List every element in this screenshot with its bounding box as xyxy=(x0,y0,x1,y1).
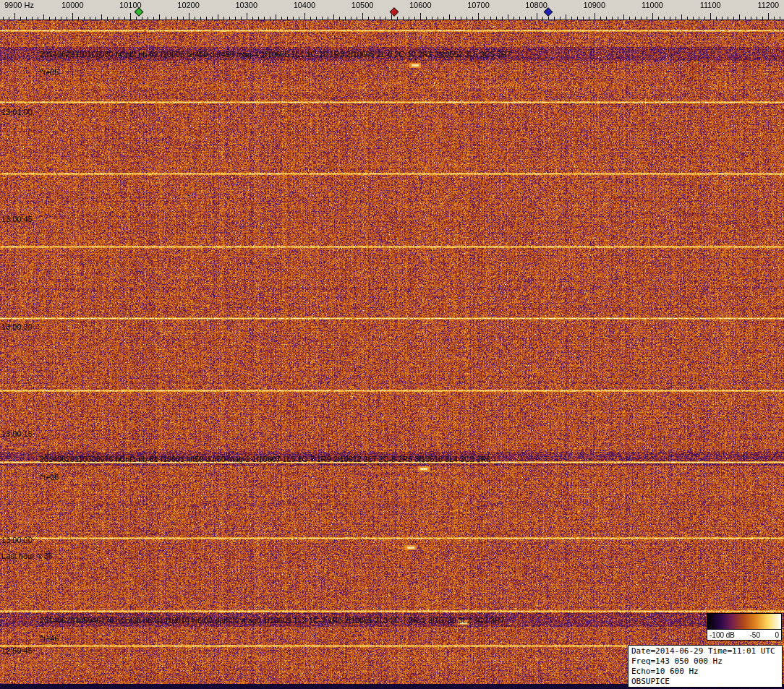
color-scale-labels: -100 dB -50 0 xyxy=(707,630,782,641)
ruler-frequency-label: 10700 xyxy=(467,1,490,9)
ruler-frequency-label: 10400 xyxy=(294,1,316,9)
ruler-frequency-label: 10600 xyxy=(409,1,432,9)
radio-meteor-spectrogram-window: 9900 Hz100001010010200103001040010500106… xyxy=(0,0,784,689)
ruler-frequency-label: 10300 xyxy=(235,1,257,9)
ruler-frequency-label: 10900 xyxy=(584,1,606,9)
color-scale-gradient xyxy=(707,613,782,630)
time-label: 13:00:45 xyxy=(1,215,33,223)
ruler-frequency-label: 11200 xyxy=(757,1,779,9)
ruler-frequency-label: 10000 xyxy=(61,1,84,9)
info-date-time: Date=2014-06-29 Time=11:01 UTC xyxy=(631,646,779,656)
last-hour-count-label: Last hour = 36 xyxy=(1,552,53,560)
time-label: 13:01:00 xyxy=(1,108,33,116)
ruler-frequency-label: 10500 xyxy=(351,1,374,9)
detection-entry-text: 20140629110008976 hCnt1 nb-81 f10601 hit… xyxy=(40,455,491,463)
time-label: 13:00:30 xyxy=(1,322,33,331)
detection-time-tag: ^t+05 xyxy=(40,68,59,77)
spectrogram-waterfall[interactable] xyxy=(0,20,784,689)
detection-entry-text: 20140629110105080 hCnt2 nb-82 f10605 hit… xyxy=(40,50,511,59)
info-echo-freq: Echo=10 600 Hz xyxy=(631,667,779,677)
ruler-frequency-label: 11000 xyxy=(642,1,663,9)
legend-mid-label: -50 xyxy=(750,631,760,639)
time-label: 12:59:45 xyxy=(1,646,33,655)
ruler-frequency-label: 10800 xyxy=(525,1,547,9)
ruler-frequency-label: 11100 xyxy=(700,1,721,9)
time-label: 13:00:15 xyxy=(1,429,33,438)
detection-entry-text: 20140629105946776 hCnt36 nb-81 f10610 hi… xyxy=(40,616,505,625)
ruler-frequency-label: 9900 Hz xyxy=(4,1,34,9)
info-station-name: OBSUPICE xyxy=(631,677,779,687)
info-frequency: Freq=143 050 000 Hz xyxy=(631,656,779,667)
legend-max-label: 0 xyxy=(775,631,779,639)
time-label: 13:00:00 xyxy=(1,536,33,544)
status-info-box: Date=2014-06-29 Time=11:01 UTC Freq=143 … xyxy=(628,645,783,688)
detection-time-tag: ^t+46 xyxy=(40,634,59,643)
ruler-frequency-label: 10200 xyxy=(177,1,200,9)
legend-min-label: -100 dB xyxy=(710,631,735,639)
detection-time-tag: ^t+06 xyxy=(40,473,59,482)
frequency-ruler[interactable]: 9900 Hz100001010010200103001040010500106… xyxy=(0,0,784,20)
db-color-scale-legend: -100 dB -50 0 xyxy=(707,613,782,641)
